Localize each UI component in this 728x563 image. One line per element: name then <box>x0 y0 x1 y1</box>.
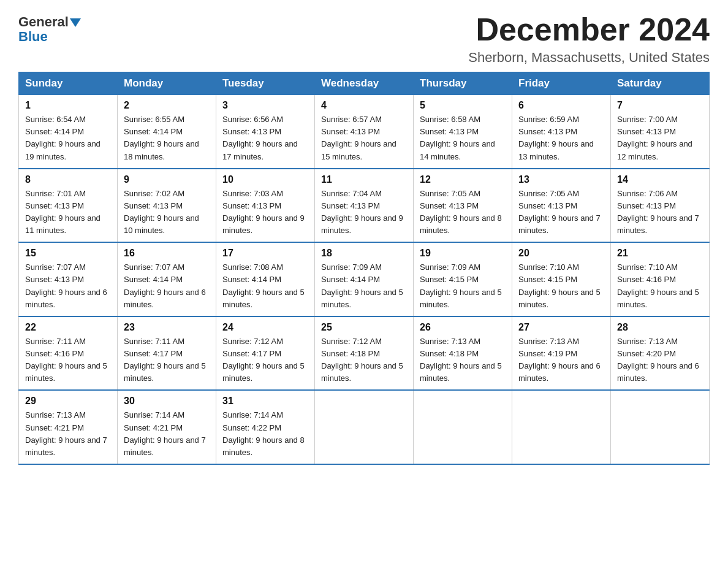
day-number: 17 <box>222 248 308 259</box>
calendar-day-cell: 17Sunrise: 7:08 AMSunset: 4:14 PMDayligh… <box>216 242 315 316</box>
day-of-week-header: Tuesday <box>216 72 315 95</box>
calendar-day-cell: 21Sunrise: 7:10 AMSunset: 4:16 PMDayligh… <box>611 242 710 316</box>
calendar-day-cell: 27Sunrise: 7:13 AMSunset: 4:19 PMDayligh… <box>512 316 611 391</box>
day-number: 7 <box>617 100 703 111</box>
day-number: 22 <box>25 322 111 333</box>
page-header: General Blue December 2024 Sherborn, Mas… <box>18 12 710 66</box>
day-number: 6 <box>518 100 604 111</box>
day-info: Sunrise: 7:14 AMSunset: 4:22 PMDaylight:… <box>222 409 308 459</box>
day-number: 15 <box>25 248 111 259</box>
logo-line2: Blue <box>18 30 48 44</box>
day-number: 16 <box>124 248 210 259</box>
calendar-day-cell <box>611 390 710 464</box>
calendar-day-cell: 28Sunrise: 7:13 AMSunset: 4:20 PMDayligh… <box>611 316 710 391</box>
day-of-week-header: Saturday <box>611 72 710 95</box>
calendar-day-cell: 20Sunrise: 7:10 AMSunset: 4:15 PMDayligh… <box>512 242 611 316</box>
day-info: Sunrise: 7:00 AMSunset: 4:13 PMDaylight:… <box>617 113 703 163</box>
day-number: 9 <box>124 174 210 185</box>
day-number: 26 <box>420 322 506 333</box>
day-number: 11 <box>321 174 407 185</box>
day-info: Sunrise: 7:13 AMSunset: 4:21 PMDaylight:… <box>25 409 111 459</box>
calendar-day-cell <box>414 390 512 464</box>
day-info: Sunrise: 7:06 AMSunset: 4:13 PMDaylight:… <box>617 188 703 237</box>
day-info: Sunrise: 6:59 AMSunset: 4:13 PMDaylight:… <box>518 113 604 163</box>
day-info: Sunrise: 7:13 AMSunset: 4:19 PMDaylight:… <box>518 335 604 385</box>
day-info: Sunrise: 7:10 AMSunset: 4:15 PMDaylight:… <box>518 261 604 311</box>
day-number: 14 <box>617 174 703 185</box>
day-info: Sunrise: 7:12 AMSunset: 4:18 PMDaylight:… <box>321 335 407 385</box>
day-of-week-header: Wednesday <box>315 72 414 95</box>
calendar-day-cell: 25Sunrise: 7:12 AMSunset: 4:18 PMDayligh… <box>315 316 414 391</box>
calendar-day-cell: 11Sunrise: 7:04 AMSunset: 4:13 PMDayligh… <box>315 169 414 243</box>
day-info: Sunrise: 7:07 AMSunset: 4:14 PMDaylight:… <box>124 261 210 311</box>
day-info: Sunrise: 6:58 AMSunset: 4:13 PMDaylight:… <box>420 113 506 163</box>
day-number: 21 <box>617 248 703 259</box>
day-info: Sunrise: 7:02 AMSunset: 4:13 PMDaylight:… <box>124 188 210 237</box>
calendar-day-cell: 12Sunrise: 7:05 AMSunset: 4:13 PMDayligh… <box>414 169 512 243</box>
calendar-day-cell: 7Sunrise: 7:00 AMSunset: 4:13 PMDaylight… <box>611 95 710 169</box>
day-number: 29 <box>25 396 111 407</box>
calendar-day-cell: 2Sunrise: 6:55 AMSunset: 4:14 PMDaylight… <box>118 95 216 169</box>
day-info: Sunrise: 7:11 AMSunset: 4:17 PMDaylight:… <box>124 335 210 385</box>
calendar-day-cell: 16Sunrise: 7:07 AMSunset: 4:14 PMDayligh… <box>118 242 216 316</box>
day-of-week-header: Sunday <box>19 72 118 95</box>
day-info: Sunrise: 7:05 AMSunset: 4:13 PMDaylight:… <box>518 188 604 237</box>
day-number: 30 <box>124 396 210 407</box>
day-info: Sunrise: 7:09 AMSunset: 4:15 PMDaylight:… <box>420 261 506 311</box>
calendar-week-row: 22Sunrise: 7:11 AMSunset: 4:16 PMDayligh… <box>19 316 710 391</box>
calendar-day-cell: 24Sunrise: 7:12 AMSunset: 4:17 PMDayligh… <box>216 316 315 391</box>
day-number: 4 <box>321 100 407 111</box>
day-info: Sunrise: 7:05 AMSunset: 4:13 PMDaylight:… <box>420 188 506 237</box>
day-number: 25 <box>321 322 407 333</box>
calendar-day-cell: 26Sunrise: 7:13 AMSunset: 4:18 PMDayligh… <box>414 316 512 391</box>
location-title: Sherborn, Massachusetts, United States <box>468 50 710 66</box>
day-of-week-header: Monday <box>118 72 216 95</box>
day-info: Sunrise: 7:11 AMSunset: 4:16 PMDaylight:… <box>25 335 111 385</box>
calendar-header-row: SundayMondayTuesdayWednesdayThursdayFrid… <box>19 72 710 95</box>
logo: General Blue <box>18 15 81 44</box>
day-of-week-header: Friday <box>512 72 611 95</box>
calendar-day-cell: 15Sunrise: 7:07 AMSunset: 4:13 PMDayligh… <box>19 242 118 316</box>
logo-line1: General <box>18 15 81 29</box>
day-number: 10 <box>222 174 308 185</box>
calendar-week-row: 15Sunrise: 7:07 AMSunset: 4:13 PMDayligh… <box>19 242 710 316</box>
calendar-week-row: 29Sunrise: 7:13 AMSunset: 4:21 PMDayligh… <box>19 390 710 464</box>
day-info: Sunrise: 6:54 AMSunset: 4:14 PMDaylight:… <box>25 113 111 163</box>
calendar-week-row: 8Sunrise: 7:01 AMSunset: 4:13 PMDaylight… <box>19 169 710 243</box>
calendar-day-cell: 22Sunrise: 7:11 AMSunset: 4:16 PMDayligh… <box>19 316 118 391</box>
day-info: Sunrise: 7:01 AMSunset: 4:13 PMDaylight:… <box>25 188 111 237</box>
title-area: December 2024 Sherborn, Massachusetts, U… <box>468 12 710 66</box>
logo-triangle-icon <box>70 18 81 27</box>
calendar-day-cell: 19Sunrise: 7:09 AMSunset: 4:15 PMDayligh… <box>414 242 512 316</box>
calendar-day-cell: 29Sunrise: 7:13 AMSunset: 4:21 PMDayligh… <box>19 390 118 464</box>
day-info: Sunrise: 7:12 AMSunset: 4:17 PMDaylight:… <box>222 335 308 385</box>
month-title: December 2024 <box>468 12 710 47</box>
day-info: Sunrise: 6:57 AMSunset: 4:13 PMDaylight:… <box>321 113 407 163</box>
day-info: Sunrise: 7:03 AMSunset: 4:13 PMDaylight:… <box>222 188 308 237</box>
day-info: Sunrise: 7:14 AMSunset: 4:21 PMDaylight:… <box>124 409 210 459</box>
calendar-day-cell: 31Sunrise: 7:14 AMSunset: 4:22 PMDayligh… <box>216 390 315 464</box>
calendar-day-cell: 30Sunrise: 7:14 AMSunset: 4:21 PMDayligh… <box>118 390 216 464</box>
day-info: Sunrise: 7:04 AMSunset: 4:13 PMDaylight:… <box>321 188 407 237</box>
calendar-day-cell <box>315 390 414 464</box>
day-number: 12 <box>420 174 506 185</box>
day-of-week-header: Thursday <box>414 72 512 95</box>
day-info: Sunrise: 7:13 AMSunset: 4:18 PMDaylight:… <box>420 335 506 385</box>
day-info: Sunrise: 7:08 AMSunset: 4:14 PMDaylight:… <box>222 261 308 311</box>
day-number: 13 <box>518 174 604 185</box>
calendar-day-cell <box>512 390 611 464</box>
day-info: Sunrise: 7:13 AMSunset: 4:20 PMDaylight:… <box>617 335 703 385</box>
calendar-day-cell: 10Sunrise: 7:03 AMSunset: 4:13 PMDayligh… <box>216 169 315 243</box>
calendar-day-cell: 5Sunrise: 6:58 AMSunset: 4:13 PMDaylight… <box>414 95 512 169</box>
day-number: 8 <box>25 174 111 185</box>
day-number: 3 <box>222 100 308 111</box>
day-number: 24 <box>222 322 308 333</box>
day-number: 18 <box>321 248 407 259</box>
day-info: Sunrise: 7:07 AMSunset: 4:13 PMDaylight:… <box>25 261 111 311</box>
calendar-day-cell: 9Sunrise: 7:02 AMSunset: 4:13 PMDaylight… <box>118 169 216 243</box>
day-number: 20 <box>518 248 604 259</box>
calendar-day-cell: 3Sunrise: 6:56 AMSunset: 4:13 PMDaylight… <box>216 95 315 169</box>
day-info: Sunrise: 7:10 AMSunset: 4:16 PMDaylight:… <box>617 261 703 311</box>
calendar-week-row: 1Sunrise: 6:54 AMSunset: 4:14 PMDaylight… <box>19 95 710 169</box>
calendar-day-cell: 13Sunrise: 7:05 AMSunset: 4:13 PMDayligh… <box>512 169 611 243</box>
